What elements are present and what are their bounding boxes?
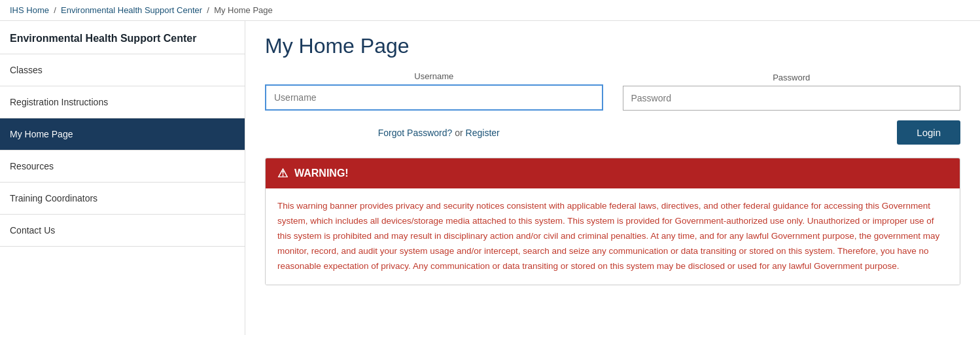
breadcrumb-ehsc-link[interactable]: Environmental Health Support Center (61, 5, 202, 15)
content-area: My Home Page Username Password Forgot Pa… (245, 21, 980, 335)
forgot-register-section: Forgot Password? or Register (265, 128, 613, 138)
sidebar-title: Environmental Health Support Center (0, 21, 245, 54)
sidebar-item-my-home-page[interactable]: My Home Page (0, 118, 245, 150)
password-label: Password (623, 73, 961, 82)
or-label: or (455, 128, 465, 138)
warning-text: This warning banner provides privacy and… (277, 199, 948, 274)
breadcrumb-ihs-home-link[interactable]: IHS Home (10, 5, 49, 15)
login-fields-row: Username Password (265, 71, 960, 111)
warning-icon: ⚠ (277, 166, 288, 181)
forgot-password-link[interactable]: Forgot Password? (378, 128, 453, 138)
login-button[interactable]: Login (897, 120, 960, 145)
username-label: Username (265, 71, 603, 81)
breadcrumb-current: My Home Page (214, 5, 273, 15)
login-form: Username Password Forgot Password? or Re… (265, 71, 960, 145)
warning-body: This warning banner provides privacy and… (266, 188, 960, 285)
password-field-group: Password (623, 73, 961, 111)
warning-banner: ⚠ WARNING! This warning banner provides … (265, 158, 960, 285)
register-link[interactable]: Register (466, 128, 500, 138)
username-field-group: Username (265, 71, 603, 111)
sidebar-item-classes[interactable]: Classes (0, 54, 245, 86)
sidebar-item-training-coordinators[interactable]: Training Coordinators (0, 183, 245, 215)
warning-header: ⚠ WARNING! (266, 158, 960, 188)
breadcrumb: IHS Home / Environmental Health Support … (0, 0, 980, 21)
main-layout: Environmental Health Support Center Clas… (0, 21, 980, 335)
sidebar: Environmental Health Support Center Clas… (0, 21, 245, 335)
login-button-wrap: Login (613, 120, 961, 145)
page-title: My Home Page (265, 34, 960, 58)
sidebar-item-resources[interactable]: Resources (0, 150, 245, 183)
login-actions-row: Forgot Password? or Register Login (265, 120, 960, 145)
warning-header-label: WARNING! (294, 167, 349, 179)
username-input[interactable] (265, 84, 603, 111)
sidebar-item-registration-instructions[interactable]: Registration Instructions (0, 86, 245, 118)
sidebar-item-contact-us[interactable]: Contact Us (0, 215, 245, 247)
password-input[interactable] (623, 86, 961, 111)
